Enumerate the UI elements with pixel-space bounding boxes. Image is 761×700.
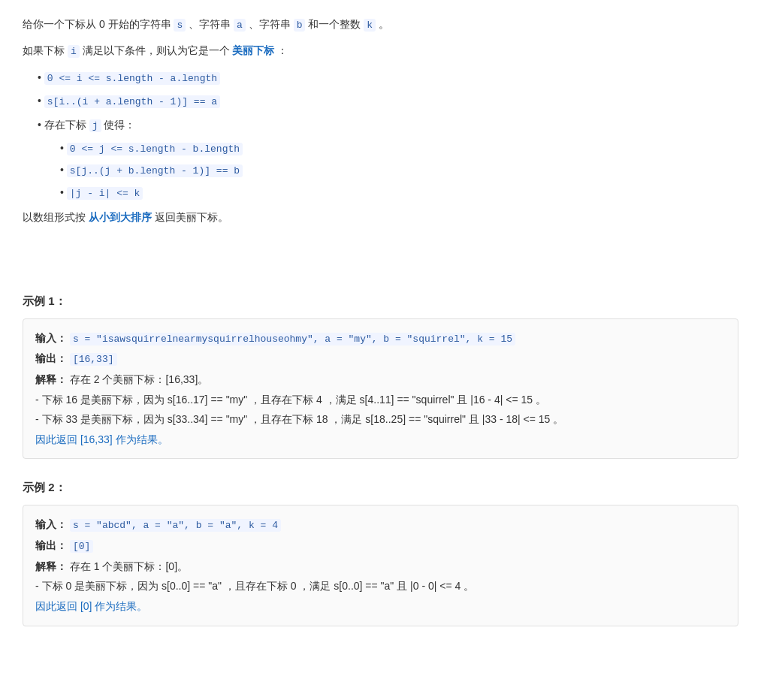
sub-condition-2: s[j..(j + b.length - 1)] == b (60, 161, 738, 180)
example2-output-line: 输出： [0] (35, 536, 726, 557)
example2-box: 输入： s = "abcd", a = "a", b = "a", k = 4 … (23, 505, 738, 626)
example1-input-value: s = "isawsquirrelnearmysquirrelhouseohmy… (70, 333, 515, 345)
a-code: a (234, 19, 246, 32)
sub-condition-1: 0 <= j <= s.length - b.length (60, 139, 738, 158)
conclusion-prefix: 以数组形式按 (23, 211, 86, 223)
conditions-list: 0 <= i <= s.length - a.length s[i..(i + … (38, 68, 738, 202)
example1-output-line: 输出： [16,33] (35, 348, 726, 370)
s-code: s (174, 19, 186, 32)
condition-3-intro: 存在下标 j 使得： 0 <= j <= s.length - b.length… (38, 116, 738, 203)
intro-text-2: 、字符串 (189, 18, 231, 30)
beautiful-label: 美丽下标 (232, 44, 274, 56)
example1-explain2: - 下标 16 是美丽下标，因为 s[16..17] == "my" ，且存在下… (35, 390, 726, 410)
intro-paragraph: 给你一个下标从 0 开始的字符串 s 、字符串 a 、字符串 b 和一个整数 k… (23, 15, 738, 34)
sub-intro-text2: 使得： (104, 119, 135, 131)
example2-explain-line: 解释： 存在 1 个美丽下标：[0]。 (35, 557, 726, 577)
example1-explain-label: 解释： (35, 373, 67, 385)
sub1-code: 0 <= j <= s.length - b.length (67, 143, 243, 155)
cond1-code: 0 <= i <= s.length - a.length (44, 72, 220, 85)
intro-text-1: 给你一个下标从 0 开始的字符串 (23, 18, 171, 30)
sub-condition-3: |j - i| <= k (60, 183, 738, 202)
example2-input-line: 输入： s = "abcd", a = "a", b = "a", k = 4 (35, 514, 726, 536)
intro-text-3: 、字符串 (249, 18, 291, 30)
example1-title: 示例 1： (23, 291, 738, 311)
example2-input-label: 输入： (35, 518, 67, 530)
example2-output-label: 输出： (35, 539, 67, 551)
example2-explain1: 存在 1 个美丽下标：[0]。 (70, 560, 188, 572)
example2-explain2: - 下标 0 是美丽下标，因为 s[0..0] == "a" ，且存在下标 0 … (35, 576, 726, 596)
example1-explain1: 存在 2 个美丽下标：[16,33]。 (70, 373, 208, 385)
condition-1: 0 <= i <= s.length - a.length (38, 68, 738, 87)
example2-output-value: [0] (70, 540, 93, 553)
example1-input-line: 输入： s = "isawsquirrelnearmysquirrelhouse… (35, 328, 726, 349)
line2-text-2: 满足以下条件，则认为它是一个 (83, 44, 230, 56)
cond2-code: s[i..(i + a.length - 1)] == a (44, 95, 220, 108)
example1-explain4: 因此返回 [16,33] 作为结果。 (35, 430, 726, 450)
example1-input-label: 输入： (35, 332, 67, 344)
example2-explain3: 因此返回 [0] 作为结果。 (35, 596, 726, 617)
line2-text-1: 如果下标 (23, 44, 65, 56)
example1-explain3: - 下标 33 是美丽下标，因为 s[33..34] == "my" ，且存在下… (35, 409, 726, 430)
hints-title: 提示： (23, 697, 738, 700)
k-code: k (364, 19, 376, 32)
sub-intro-text: 存在下标 (44, 119, 86, 131)
example1-output-label: 输出： (35, 352, 67, 364)
i-code: i (68, 45, 80, 58)
example2-title: 示例 2： (23, 477, 738, 497)
example2-input-value: s = "abcd", a = "a", b = "a", k = 4 (70, 519, 281, 532)
example1-output-value: [16,33] (70, 353, 117, 366)
conclusion-suffix: 返回美丽下标。 (155, 211, 228, 223)
sub-conditions-list: 0 <= j <= s.length - b.length s[j..(j + … (60, 139, 738, 202)
conclusion-paragraph: 以数组形式按 从小到大排序 返回美丽下标。 (23, 208, 738, 227)
example2-explain-label: 解释： (35, 560, 67, 572)
intro-text-4: 和一个整数 (308, 18, 361, 30)
condition-2: s[i..(i + a.length - 1)] == a (38, 92, 738, 110)
sort-text: 从小到大排序 (89, 211, 152, 223)
beautiful-index-intro: 如果下标 i 满足以下条件，则认为它是一个 美丽下标 ： (23, 41, 738, 60)
line2-text-3: ： (277, 44, 288, 56)
b-code: b (294, 19, 306, 32)
example1-box: 输入： s = "isawsquirrelnearmysquirrelhouse… (23, 318, 738, 460)
j-code: j (89, 119, 101, 132)
intro-text-5: 。 (379, 18, 389, 30)
sub2-code: s[j..(j + b.length - 1)] == b (67, 164, 243, 177)
sub3-code: |j - i| <= k (67, 187, 143, 200)
example1-explain-line: 解释： 存在 2 个美丽下标：[16,33]。 (35, 370, 726, 390)
